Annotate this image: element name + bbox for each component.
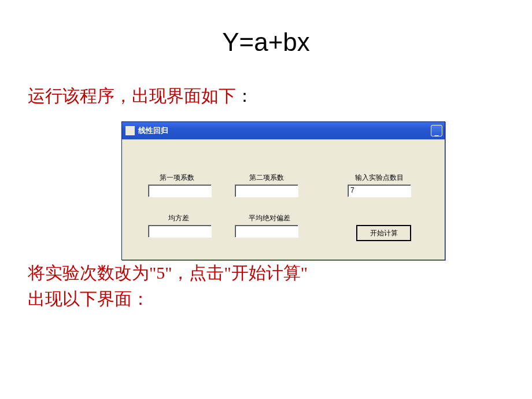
msd-label: 均方差 xyxy=(161,213,196,223)
outro-line1: 将实验次数改为"5"，点击"开始计算" xyxy=(28,260,532,286)
mabd-input[interactable] xyxy=(235,225,298,238)
mabd-label: 平均绝对偏差 xyxy=(243,213,295,223)
coef1-label: 第一项系数 xyxy=(154,173,200,183)
coef2-label: 第二项系数 xyxy=(243,173,290,183)
window-title: 线性回归 xyxy=(138,125,168,136)
msd-input[interactable] xyxy=(148,225,212,238)
minimize-button[interactable]: _ xyxy=(431,125,442,136)
client-area: 第一项系数 第二项系数 输入实验点数目 7 均方差 平均绝对偏差 开始计算 xyxy=(122,139,445,260)
intro-colon: ： xyxy=(236,86,253,105)
calculate-button[interactable]: 开始计算 xyxy=(356,225,411,241)
app-icon xyxy=(125,126,135,135)
intro-text: 运行该程序，出现界面如下： xyxy=(28,84,532,108)
npoints-label: 输入实验点数目 xyxy=(350,173,408,183)
npoints-input[interactable]: 7 xyxy=(348,184,411,197)
intro-main: 运行该程序，出现界面如下 xyxy=(28,86,236,105)
slide-title: Y=a+bx xyxy=(0,0,532,57)
coef2-input[interactable] xyxy=(235,184,298,197)
outro-text: 将实验次数改为"5"，点击"开始计算" 出现以下界面： xyxy=(28,260,532,312)
titlebar[interactable]: 线性回归 _ xyxy=(122,122,445,139)
outro-line2: 出现以下界面： xyxy=(28,286,532,312)
linear-regression-window: 线性回归 _ 第一项系数 第二项系数 输入实验点数目 7 均方差 平均绝对偏差 … xyxy=(121,121,445,260)
coef1-input[interactable] xyxy=(148,184,212,197)
